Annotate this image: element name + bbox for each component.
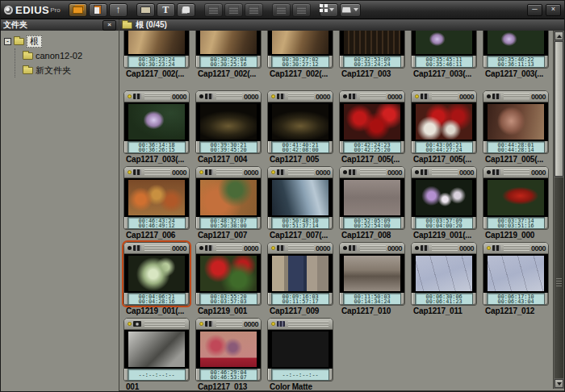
- clip-card[interactable]: 0000 00:03:57:09 00:04:00:20 Cap1219_001…: [411, 166, 477, 240]
- timecode-zone: 00:42:24:23 00:42:25:20: [340, 141, 404, 155]
- clip-card[interactable]: 0000 00:32:53:09 00:33:24:24 Cap1217_003: [339, 31, 405, 79]
- clip-card[interactable]: 0000 00:39:30:21 00:39:45:20 Cap1217_004: [195, 90, 262, 165]
- clip-card[interactable]: 0000 00:30:25:04 00:30:25:16 Cap1217_002…: [195, 31, 262, 79]
- clip-card-frame: 0000 00:06:17:10 00:06:43:04: [483, 242, 549, 306]
- scroll-down-button[interactable]: [555, 379, 563, 388]
- sidebar-item-新文件夹[interactable]: 新文件夹: [23, 63, 119, 77]
- status-dot-icon: [271, 246, 275, 250]
- clip-card-frame: 0000 00:30:23:24 00:30:23:24: [123, 31, 190, 69]
- clip-card[interactable]: 0000 00:03:55:20 00:03:57:03 Cap1219_001: [195, 242, 262, 316]
- clip-card-header: 0000: [196, 243, 261, 254]
- timecode-zone: 00:30:27:02 00:30:27:12: [268, 56, 333, 69]
- clip-card[interactable]: 0000 00:03:37:14 00:03:51:16 Cap1219_000: [483, 166, 549, 240]
- clip-name: Cap1217_005(...: [339, 154, 405, 165]
- header-stripes: [288, 94, 314, 99]
- clip-card[interactable]: 0000 00:46:29:04 00:46:53:07 Cap1217_013: [195, 318, 262, 390]
- timecode-box: 00:30:23:24 00:30:23:24: [128, 56, 186, 68]
- toolbar: EDIUS Pro: [1, 1, 564, 19]
- clip-card[interactable]: --:--:--:-- 001: [123, 318, 190, 390]
- app-logo: EDIUS Pro: [4, 4, 61, 16]
- status-dot-icon: [487, 94, 491, 98]
- folder-sidebar: 文件夹 × 根 canon12-02 新文件夹: [1, 19, 119, 392]
- thumbnail-frame: [124, 31, 189, 56]
- video-clip-icon: [133, 245, 141, 251]
- open-clip-button[interactable]: [136, 3, 155, 17]
- toolbar-separator: [197, 3, 204, 17]
- close-button[interactable]: ×: [546, 4, 561, 16]
- add-clip-button[interactable]: [89, 3, 107, 17]
- sidebar-close-button[interactable]: ×: [103, 20, 116, 31]
- sidebar-item-root[interactable]: 根: [4, 35, 119, 48]
- timecode-zone: 00:32:53:09 00:33:24:24: [340, 56, 404, 69]
- clip-card[interactable]: 0000 00:43:06:21 00:44:27:24 Cap1217_005…: [411, 90, 477, 165]
- status-dot-icon: [271, 322, 275, 326]
- clip-card[interactable]: 0000 00:50:48:10 00:51:37:14 Cap1217_007…: [267, 166, 333, 240]
- clip-card[interactable]: 0000 00:04:06:21 00:04:28:16 Cap1219_001…: [123, 242, 190, 316]
- clip-counter: 0000: [459, 169, 474, 177]
- scrollbar-thumb[interactable]: [555, 41, 563, 177]
- clip-card[interactable]: 0000 00:35:46:22 00:36:11:13 Cap1217_003…: [483, 31, 549, 79]
- dim-icon: [228, 6, 239, 15]
- clip-card[interactable]: --:--:--:-- Color Matte: [267, 318, 333, 390]
- collapse-icon[interactable]: [4, 38, 11, 45]
- move-up-folder-button[interactable]: [109, 3, 128, 17]
- timecode-box: 00:48:32:07 00:50:38:00: [199, 217, 257, 229]
- clip-card[interactable]: 0000 00:46:43:24 00:46:49:12 Cap1217_006: [123, 166, 190, 240]
- clip-card[interactable]: 0000 00:41:40:21 00:42:08:00 Cap1217_005: [267, 90, 333, 165]
- scrollbar-track[interactable]: [555, 177, 563, 378]
- clip-card[interactable]: 0000 00:30:27:02 00:30:27:12 Cap1217_002…: [267, 31, 333, 79]
- clip-row: 0000 00:04:06:21 00:04:28:16 Cap1219_001…: [123, 242, 553, 316]
- clip-card[interactable]: 0000 00:44:28:01 00:44:28:14 Cap1217_005…: [483, 90, 549, 165]
- timecode-box: 00:41:40:21 00:42:08:00: [271, 141, 329, 153]
- folder-icon: [23, 52, 33, 60]
- video-clip-icon: [277, 169, 285, 175]
- clip-card[interactable]: 0000 00:48:32:07 00:50:38:00 Cap1217_007: [195, 166, 262, 240]
- capture-to-folder-button[interactable]: [69, 3, 87, 17]
- clip-thumbnail: [488, 31, 544, 54]
- timecode-box: 00:46:29:04 00:46:53:07: [199, 369, 257, 381]
- header-stripes: [288, 245, 314, 251]
- clip-card[interactable]: 0000 00:11:50:03 00:14:34:24 Cap1217_010: [339, 242, 405, 316]
- timecode-zone: 00:43:06:21 00:44:27:24: [412, 141, 476, 155]
- clip-card[interactable]: 0000 00:35:45:11 00:35:46:11 Cap1217_003…: [411, 31, 477, 79]
- scroll-up-button[interactable]: [555, 31, 563, 40]
- timecode-zone: 00:03:37:14 00:03:51:16: [483, 217, 548, 231]
- folders-icon: [73, 6, 83, 14]
- status-dot-icon: [343, 170, 347, 174]
- clip-card-frame: 0000 00:52:05:09 00:52:54:00: [339, 166, 405, 230]
- sidebar-item-canon12-02[interactable]: canon12-02: [23, 48, 119, 63]
- clip-card[interactable]: 0000 00:42:24:23 00:42:25:20 Cap1217_005…: [339, 90, 405, 165]
- header-stripes: [360, 169, 386, 175]
- timecode-out: 00:36:26:15: [138, 148, 174, 152]
- create-title-button[interactable]: [157, 3, 175, 17]
- clip-card[interactable]: 0000 00:06:30:06 00:06:41:23 Cap1217_011: [411, 242, 477, 316]
- bin-settings-button[interactable]: [340, 3, 361, 17]
- clip-card[interactable]: 0000 00:30:23:24 00:30:23:24 Cap1217_002…: [123, 31, 190, 79]
- address-button[interactable]: [177, 3, 195, 17]
- view-mode-button[interactable]: [320, 3, 338, 17]
- clip-thumbnail: [272, 104, 329, 140]
- clip-card[interactable]: 0000 00:09:16:03 00:11:57:17 Cap1217_009: [267, 242, 333, 316]
- video-clip-icon: [492, 245, 500, 251]
- timecode-box: 00:03:37:14 00:03:51:16: [487, 217, 545, 229]
- clip-card[interactable]: 0000 00:36:14:18 00:36:26:15 Cap1217_003…: [123, 90, 190, 165]
- header-stripes: [504, 169, 529, 175]
- clip-thumbnail: [272, 332, 329, 367]
- add-to-timeline-button: [272, 3, 291, 17]
- clip-card-frame: 0000 00:04:06:21 00:04:28:16: [123, 242, 190, 306]
- timecode-box: 00:50:48:10 00:51:37:14: [271, 217, 329, 229]
- clip-card-frame: 0000 00:03:57:09 00:04:00:20: [411, 166, 477, 230]
- header-stripes: [144, 321, 185, 327]
- minimize-button[interactable]: ─: [527, 4, 542, 16]
- clip-card-header: [124, 319, 189, 330]
- timecode-zone: 00:03:57:09 00:04:00:20: [412, 217, 476, 231]
- clip-name: Cap1219_001(...: [123, 306, 190, 316]
- timecode-out: 00:03:57:03: [210, 299, 246, 304]
- clip-card[interactable]: 0000 00:06:17:10 00:06:43:04 Cap1217_012: [483, 242, 549, 316]
- timecode-box: 00:36:14:18 00:36:26:15: [128, 141, 186, 153]
- clip-thumbnail: [344, 180, 400, 215]
- clip-card[interactable]: 0000 00:52:05:09 00:52:54:00 Cap1217_008: [339, 166, 405, 240]
- clip-counter: 0000: [531, 244, 546, 252]
- clip-card-frame: 0000 00:46:43:24 00:46:49:12: [123, 166, 190, 230]
- timecode-zone: 00:46:43:24 00:46:49:12: [124, 217, 189, 231]
